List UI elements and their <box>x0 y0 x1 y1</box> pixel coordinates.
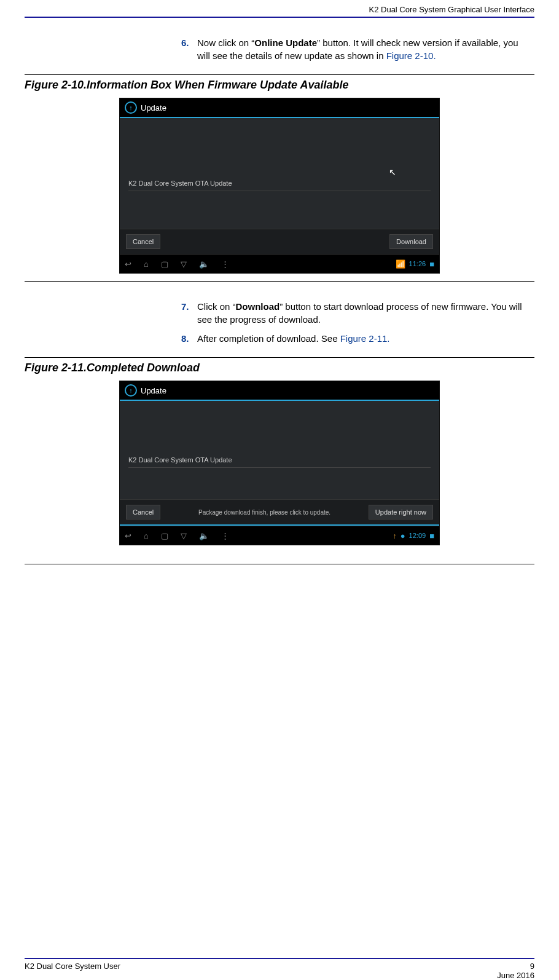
cancel-button[interactable]: Cancel <box>126 505 160 520</box>
step-8: 8. After completion of download. See Fig… <box>181 332 522 345</box>
android-navbar: ↩ ⌂ ▢ ▽ 🔈 ⋮ ↑ ● 12:09 ■ <box>120 526 439 545</box>
signal-icon: ■ <box>429 531 434 540</box>
divider <box>25 357 534 358</box>
figure-caption-2-11: Figure 2-11.Completed Download <box>25 362 534 374</box>
package-finish-message: Package download finish, please click to… <box>198 509 330 516</box>
wifi-icon: 📶 <box>396 259 405 269</box>
status-clock: 12:09 <box>409 532 426 539</box>
signal-icon: ■ <box>429 259 434 269</box>
screenshot-titlebar: ↑ Update <box>120 381 439 401</box>
android-navbar: ↩ ⌂ ▢ ▽ 🔈 ⋮ 📶 11:26 ■ <box>120 254 439 273</box>
screenshot-title: Update <box>141 386 166 395</box>
step-number: 8. <box>181 332 197 345</box>
figure-2-11: ↑ Update K2 Dual Core System OTA Update … <box>25 381 534 545</box>
ota-message: K2 Dual Core System OTA Update <box>128 180 232 187</box>
vol-down-icon[interactable]: ▽ <box>181 531 187 540</box>
cancel-button[interactable]: Cancel <box>126 234 160 249</box>
figure-caption-2-10: Figure 2-10.Information Box When Firmwar… <box>25 79 534 92</box>
back-icon[interactable]: ↩ <box>125 259 131 269</box>
footer-doc-title: K2 Dual Core System User <box>25 962 120 980</box>
divider-line <box>128 191 431 191</box>
running-header: K2 Dual Core System Graphical User Inter… <box>25 0 534 17</box>
footer-date: June 2016 <box>497 971 534 980</box>
figure-xref[interactable]: Figure 2-11. <box>340 333 390 344</box>
screenshot-titlebar: ↑ Update <box>120 98 439 118</box>
step-number: 6. <box>181 36 197 62</box>
update-icon: ↑ <box>125 384 137 397</box>
screenshot-update-available: ↑ Update ↖ K2 Dual Core System OTA Updat… <box>119 98 440 274</box>
ota-message: K2 Dual Core System OTA Update <box>128 456 232 464</box>
figure-2-10: ↑ Update ↖ K2 Dual Core System OTA Updat… <box>25 98 534 274</box>
divider <box>25 74 534 75</box>
step-6: 6. Now click on “Online Update” button. … <box>181 36 522 62</box>
step-text: Click on “Download” button to start down… <box>197 300 522 326</box>
back-icon[interactable]: ↩ <box>125 531 131 540</box>
vol-up-icon[interactable]: 🔈 <box>199 531 209 540</box>
vol-down-icon[interactable]: ▽ <box>181 259 187 269</box>
step-7: 7. Click on “Download” button to start d… <box>181 300 522 326</box>
update-now-button[interactable]: Update right now <box>369 505 433 520</box>
screenshot-title: Update <box>141 103 166 113</box>
step-number: 7. <box>181 300 197 326</box>
status-clock: 11:26 <box>409 260 426 267</box>
home-icon[interactable]: ⌂ <box>144 259 149 269</box>
step-text: Now click on “Online Update” button. It … <box>197 36 522 62</box>
vol-up-icon[interactable]: 🔈 <box>199 259 209 269</box>
page-footer: K2 Dual Core System User 9 June 2016 <box>25 958 534 980</box>
recent-icon[interactable]: ▢ <box>161 259 168 269</box>
home-icon[interactable]: ⌂ <box>144 531 149 540</box>
download-button[interactable]: Download <box>389 234 433 249</box>
status-icon: ↑ <box>393 531 397 540</box>
menu-icon[interactable]: ⋮ <box>221 259 229 269</box>
wifi-icon: ● <box>401 531 405 540</box>
screenshot-download-complete: ↑ Update K2 Dual Core System OTA Update … <box>119 381 440 545</box>
cursor-icon: ↖ <box>389 167 396 177</box>
menu-icon[interactable]: ⋮ <box>221 531 229 540</box>
step-text: After completion of download. See Figure… <box>197 332 390 345</box>
update-icon: ↑ <box>125 101 137 114</box>
divider <box>25 564 534 564</box>
divider-line <box>128 467 431 468</box>
page-number: 9 <box>530 962 534 971</box>
figure-xref[interactable]: Figure 2-10. <box>386 50 436 61</box>
recent-icon[interactable]: ▢ <box>161 531 168 540</box>
